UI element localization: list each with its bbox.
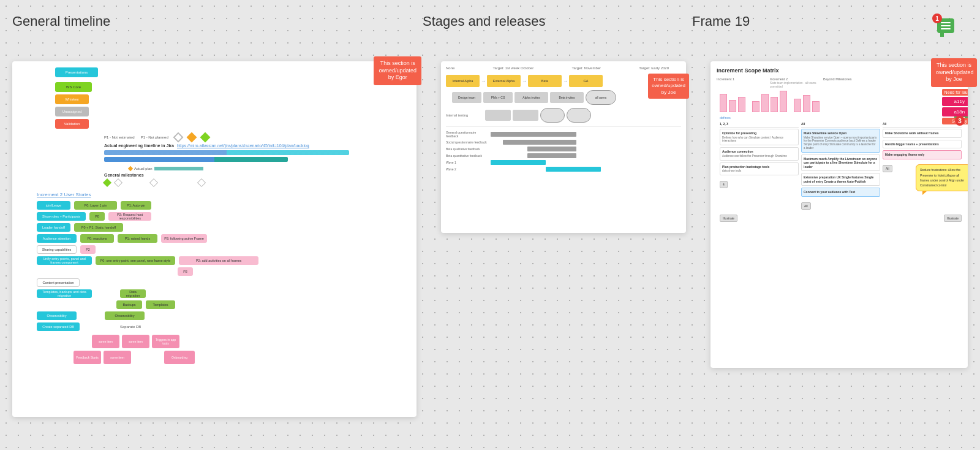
plan-title: Plan production backstage tools <box>722 165 769 169</box>
make-dynamic-title: Make Showtime work without frames <box>885 131 939 135</box>
separator <box>446 126 681 127</box>
loader-handoff-box: Loader handoff <box>37 223 70 232</box>
audience-details: Audience can follow the Presenter throug… <box>722 154 796 158</box>
validation-box: Validation <box>55 119 89 129</box>
increment2-link[interactable]: Increment 2 User Stories <box>37 192 410 197</box>
engineering-timeline-text: Actual engineering timeline in Jira <box>104 143 174 148</box>
stages-label: Stages and releases <box>423 13 546 29</box>
col1-btn[interactable]: 4 <box>720 181 728 188</box>
p0-box: P0 <box>89 212 105 221</box>
onboarding-box: Onboarding <box>164 351 195 364</box>
stages-ownership-badge: This section is owned/updated by Joe <box>648 74 689 99</box>
audience-title: Audience connection <box>722 150 753 153</box>
pink-bar-10 <box>812 101 820 112</box>
a11y-badge: a11y <box>942 97 968 106</box>
make-dynamic-card: Make Showtime work without frames <box>883 129 962 138</box>
create-separated-db-box: Create separated DB <box>37 322 80 331</box>
stages-panel-wrapper: Stages and releases This section is owne… <box>423 37 686 233</box>
illustrate-btn[interactable]: Illustrate <box>720 215 737 222</box>
maximum-title: Maximum reach Amplify the Livestream so … <box>804 157 877 169</box>
separate-db-label: Separate DB <box>120 325 141 329</box>
defines-link[interactable]: defines <box>717 116 962 120</box>
bar-label-1: General questionnaire feedback <box>446 131 489 138</box>
milestone-green-1 <box>103 178 111 187</box>
p0-reactions-box: P0: reactions <box>80 234 114 243</box>
plan-card: Plan production backstage tools data sho… <box>720 162 799 175</box>
pink-bar-3 <box>738 97 745 112</box>
main-container: General timeline This section is owned/u… <box>0 0 980 450</box>
pink-bar-2 <box>729 100 736 112</box>
wave1-bar <box>491 160 546 165</box>
actual-plan-text: Actual plan <box>134 167 153 170</box>
phase-early2020: Target: Early 2020 <box>639 66 669 70</box>
make-engaging-title: Make engaging iframe only <box>885 153 924 156</box>
sharing-capabilities-box: Sharing capabilities <box>37 245 77 254</box>
flow-box-4: GA <box>569 75 603 87</box>
whiskey-box: Whiskey <box>55 94 89 104</box>
p1-raised-hands-box: P1: raised hands <box>118 234 157 243</box>
plan-bar <box>154 167 203 170</box>
col2-btn[interactable]: All <box>801 202 811 210</box>
simulate-title: Make Showtime service Open <box>804 131 846 135</box>
connect-title: Connect to your audience with Text <box>804 190 855 194</box>
diamond-orange-1 <box>186 132 197 143</box>
phase-october: Target: 1st week October <box>493 66 534 70</box>
flow-gray-1: Design team <box>452 92 481 103</box>
comment-badge-1: 1 <box>932 13 942 23</box>
presentations-box: Presentations <box>55 67 98 77</box>
pink-bar-6 <box>771 97 778 112</box>
wscore-box: WS Core <box>55 82 92 92</box>
col2-header: All <box>801 122 880 128</box>
increment1-label: Increment 1 <box>717 77 769 88</box>
diamond-outline-1 <box>173 132 183 143</box>
pink-item-1: some item <box>92 335 119 348</box>
data-migration-box: Data migration <box>120 289 146 298</box>
diamond-green-1 <box>200 132 210 143</box>
entry-points-box: Unify entry points, panel and frames com… <box>37 256 92 265</box>
handle-bigger-title: Handle bigger teams + presentations <box>885 142 939 146</box>
timeline-label: General timeline <box>12 13 110 29</box>
milestone-outline-3 <box>197 178 206 187</box>
make-engaging-card: Make engaging iframe only <box>883 150 962 159</box>
col1-header: 1, 2, 3 <box>720 122 799 128</box>
pink-item-2: some item <box>122 335 149 348</box>
bar-label-3: Beta qualitative feedback <box>446 147 489 151</box>
bar-4 <box>527 153 576 158</box>
p1-autopin-box: P1: Auto-pin <box>121 201 151 210</box>
general-milestones-label: General milestones <box>104 173 410 177</box>
not-estimated-label: P1 - Not estimated <box>104 135 135 139</box>
jira-link[interactable]: https://miro.atlassian.net/jira/plans/#s… <box>177 143 309 148</box>
audience-card: Audience connection Audience can follow … <box>720 147 799 160</box>
col-increment1: 1, 2, 3 Optimize for presenting Defines … <box>720 122 799 210</box>
illustrate-btn-2[interactable]: Illustrate <box>944 215 962 222</box>
show-roles-box: Show roles + Participants <box>37 212 86 221</box>
joinleave-box: join/Leave <box>37 201 70 210</box>
content-presentation-box: Content presentation <box>37 278 80 287</box>
pink-bar-4 <box>752 101 760 112</box>
wave2-label: Wave 2 <box>446 167 489 171</box>
timeline-bar-main <box>104 150 349 155</box>
templates-box: Templates, backups and data migration <box>37 289 92 298</box>
col-beyond: All Make Showtime work without frames Ha… <box>883 122 962 210</box>
col-increment2: All Make Showtime service Open Make Show… <box>801 122 880 210</box>
wave2-bar <box>546 167 601 172</box>
frame19-title: Increment Scope Matrix <box>717 67 962 74</box>
timeline-ownership-badge: This section is owned/updated by Egor <box>374 56 421 85</box>
optimize-details: Defines how who can Simulate content / A… <box>722 136 796 143</box>
p2-box: P2 <box>80 245 96 254</box>
bottom-buttons: Illustrate Illustrate <box>717 213 962 222</box>
flow-oval-3 <box>567 108 591 123</box>
frame19-content: Increment Scope Matrix Increment 1 Incre… <box>710 61 968 368</box>
p0-one-entry-box: P0: one entry point, see panel, new fram… <box>96 256 175 265</box>
feedback-starts-box: Feedback Starts <box>74 351 101 364</box>
bar-label-2: Social questionnaire feedback <box>446 140 489 144</box>
p2-following-box: P2: following active Frame <box>161 234 207 243</box>
milestone-outline-2 <box>149 178 158 187</box>
timeline-panel: This section is owned/updated by Egor Pr… <box>12 61 417 417</box>
wave1-label: Wave 1 <box>446 161 489 164</box>
timeline-bar-secondary <box>104 157 288 162</box>
flow-arrow-3: → <box>563 78 568 84</box>
observability-box: Observability <box>37 311 77 320</box>
col3-btn[interactable]: All <box>883 165 892 172</box>
flow-gray-2: PMs + CS <box>483 92 513 103</box>
